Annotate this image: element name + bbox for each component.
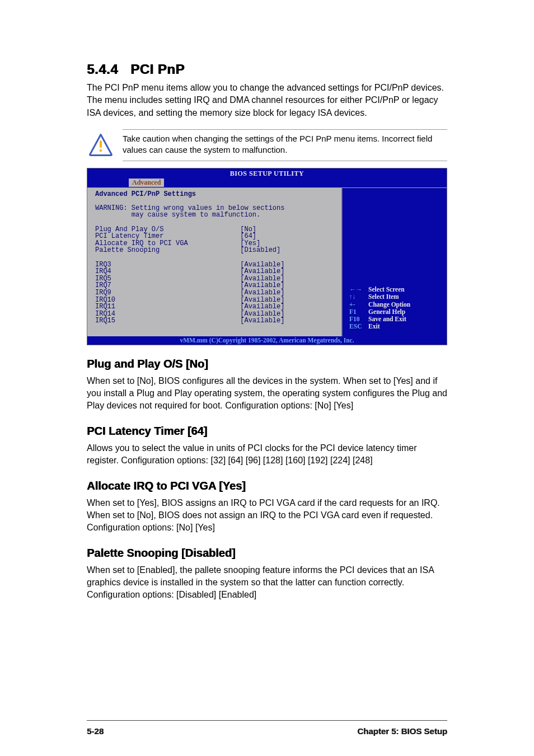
bios-nav-label: General Help	[368, 308, 405, 316]
section-intro: The PCI PnP menu items allow you to chan…	[87, 82, 447, 119]
subsection-body: Allows you to select the value in units …	[87, 442, 447, 467]
subsection-body: When set to [Yes], BIOS assigns an IRQ t…	[87, 497, 447, 534]
subsection-heading: Allocate IRQ to PCI VGA [Yes]	[87, 480, 447, 492]
section-name: PCI PnP	[130, 62, 185, 77]
bios-settings-pane: Advanced PCI/PnP Settings WARNING: Setti…	[87, 188, 342, 336]
section-heading: 5.4.4PCI PnP	[87, 62, 447, 77]
bios-nav-row: ←→Select Screen	[349, 286, 410, 293]
bios-line: Advanced PCI/PnP Settings	[95, 191, 337, 198]
bios-line: IRQ15 [Available]	[95, 317, 337, 325]
subsection-body: When set to [Enabled], the pallete snoop…	[87, 564, 447, 602]
bios-help-pane: ←→Select Screen↑↓Select Item+-Change Opt…	[342, 188, 447, 336]
bios-tab-bar: Advanced	[87, 179, 447, 187]
bios-nav-key: +-	[349, 301, 368, 308]
bios-line: Palette Snooping [Disabled]	[95, 247, 337, 254]
subsection-body: When set to [No], BIOS configures all th…	[87, 375, 447, 412]
caution-note: Take caution when changing the settings …	[87, 129, 447, 161]
caution-text: Take caution when changing the settings …	[123, 129, 447, 161]
bios-nav-key: ←→	[349, 286, 368, 293]
subsection-heading: PCI Latency Timer [64]	[87, 425, 447, 438]
bios-nav-row: F10Save and Exit	[349, 316, 410, 323]
page-footer: 5-28 Chapter 5: BIOS Setup	[87, 720, 447, 736]
bios-nav-key: F1	[349, 308, 368, 316]
bios-nav-row: ↑↓Select Item	[349, 293, 410, 300]
bios-line: PCI Latency Timer [64]	[95, 233, 337, 240]
bios-line: IRQ9 [Available]	[95, 289, 337, 297]
bios-title: BIOS SETUP UTILITY	[87, 168, 447, 179]
bios-nav-row: +-Change Option	[349, 301, 410, 308]
subsections: Plug and Play O/S [No]When set to [No], …	[87, 358, 447, 602]
alert-triangle-icon	[87, 129, 115, 161]
bios-nav-label: Exit	[368, 323, 380, 330]
bios-line	[95, 325, 337, 332]
page: 5.4.4PCI PnP The PCI PnP menu items allo…	[0, 0, 534, 756]
bios-nav-key: ↑↓	[349, 293, 368, 300]
page-number: 5-28	[87, 726, 104, 736]
bios-setup-panel: BIOS SETUP UTILITY Advanced Advanced PCI…	[87, 168, 447, 345]
bios-copyright: vMM.mm (C)Copyright 1985-2002, American …	[87, 336, 447, 345]
bios-line: IRQ4 [Available]	[95, 268, 337, 275]
bios-tab-advanced[interactable]: Advanced	[129, 179, 164, 187]
bios-nav-key: ESC	[349, 323, 368, 330]
section-number: 5.4.4	[87, 62, 118, 77]
subsection-heading: Palette Snooping [Disabled]	[87, 547, 447, 560]
bios-nav-key: F10	[349, 316, 368, 323]
bios-line: may cause system to malfunction.	[95, 212, 337, 219]
bios-nav-label: Save and Exit	[368, 316, 406, 323]
subsection-heading: Plug and Play O/S [No]	[87, 358, 447, 370]
bios-nav-label: Change Option	[368, 301, 410, 308]
bios-line	[95, 219, 337, 226]
bios-nav-label: Select Item	[368, 293, 399, 300]
svg-rect-0	[100, 140, 102, 148]
bios-line	[95, 254, 337, 261]
bios-nav-row: ESCExit	[349, 323, 410, 330]
bios-nav-hints: ←→Select Screen↑↓Select Item+-Change Opt…	[349, 286, 410, 330]
bios-line	[95, 198, 337, 205]
bios-line: IRQ11 [Available]	[95, 303, 337, 311]
bios-nav-label: Select Screen	[368, 286, 405, 293]
chapter-label: Chapter 5: BIOS Setup	[357, 726, 447, 736]
bios-nav-row: F1General Help	[349, 308, 410, 316]
svg-point-1	[100, 149, 102, 152]
